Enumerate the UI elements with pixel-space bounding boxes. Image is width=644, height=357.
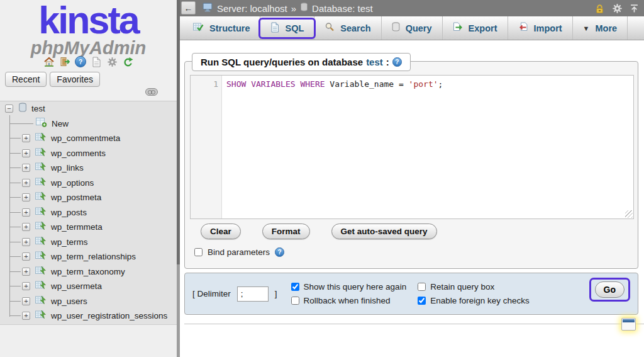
clear-button[interactable]: Clear (201, 224, 241, 239)
docs-icon[interactable] (91, 56, 102, 67)
tree-table-label[interactable]: wp_user_registration_sessions (51, 311, 167, 320)
expand-icon[interactable] (22, 149, 30, 157)
help-icon[interactable] (392, 57, 402, 67)
tree-new-table-label[interactable]: New (52, 119, 69, 128)
serverbar-right-icons (594, 0, 639, 16)
recent-button[interactable]: Recent (5, 72, 47, 87)
show-query-again-checkbox[interactable] (291, 283, 299, 291)
tree-table-row[interactable]: wp_users (0, 294, 177, 309)
foreign-key-checks-option[interactable]: Enable foreign key checks (418, 296, 530, 305)
tree-table-label[interactable]: wp_comments (51, 149, 106, 158)
collapse-icon[interactable] (5, 105, 13, 113)
expand-icon[interactable] (22, 268, 30, 276)
legend-database-link[interactable]: test (366, 57, 383, 67)
expand-icon[interactable] (22, 252, 30, 261)
tree-table-label[interactable]: wp_term_taxonomy (51, 267, 125, 276)
table-icon (35, 281, 47, 292)
tree-table-label[interactable]: wp_postmeta (51, 193, 101, 202)
editor-buttons: Clear Format Get auto-saved query (201, 224, 437, 239)
export-icon (453, 22, 463, 34)
tab-structure[interactable]: Structure (183, 16, 260, 40)
tree-table-row[interactable]: wp_comments (0, 146, 177, 161)
help-icon[interactable] (75, 56, 86, 67)
breadcrumb-server[interactable]: Server: localhost (217, 3, 287, 14)
tree-table-row[interactable]: wp_term_taxonomy (0, 264, 177, 280)
tree-table-label[interactable]: wp_users (51, 297, 87, 306)
import-icon (518, 22, 528, 34)
tab-more[interactable]: ▼ More (573, 16, 628, 40)
favorites-button[interactable]: Favorites (50, 72, 100, 87)
lock-icon[interactable] (594, 3, 605, 14)
open-new-window-icon[interactable] (621, 318, 636, 331)
help-icon[interactable] (275, 247, 284, 257)
go-button[interactable]: Go (595, 281, 625, 298)
tab-import[interactable]: Import (508, 16, 573, 40)
refresh-icon[interactable] (122, 56, 133, 67)
table-icon (35, 222, 47, 232)
expand-icon[interactable] (22, 312, 30, 320)
expand-icon[interactable] (22, 208, 30, 217)
back-button[interactable]: ← (181, 1, 196, 14)
editor-resize-handle[interactable] (625, 210, 633, 218)
link-panels-icon[interactable] (145, 88, 158, 96)
tree-table-label[interactable]: wp_terms (51, 237, 88, 247)
retain-query-box-checkbox[interactable] (418, 283, 426, 291)
expand-icon[interactable] (22, 179, 30, 187)
settings-gear-icon[interactable] (612, 3, 623, 14)
tree-table-row[interactable]: wp_user_registration_sessions (0, 309, 177, 324)
tab-search[interactable]: Search (314, 16, 381, 40)
format-button[interactable]: Format (262, 224, 310, 239)
show-query-again-label: Show this query here again (304, 282, 407, 292)
get-autosaved-query-button[interactable]: Get auto-saved query (331, 224, 437, 239)
breadcrumb-database[interactable]: Database: test (312, 3, 373, 14)
scroll-to-top-icon[interactable] (630, 4, 639, 13)
expand-icon[interactable] (22, 297, 30, 305)
bind-parameters-checkbox[interactable] (194, 248, 203, 256)
tree-table-row[interactable]: wp_posts (0, 205, 177, 220)
tree-table-row[interactable]: wp_term_relationships (0, 249, 177, 264)
settings-gear-icon[interactable] (106, 56, 118, 67)
expand-icon[interactable] (22, 193, 30, 201)
tree-table-row[interactable]: wp_postmeta (0, 190, 177, 205)
tree-table-label[interactable]: wp_termmeta (51, 222, 103, 232)
tab-query[interactable]: Query (382, 16, 443, 40)
tree-new-table-item[interactable]: New (0, 116, 177, 132)
tree-table-label[interactable]: wp_posts (51, 208, 87, 217)
expand-icon[interactable] (22, 164, 30, 172)
expand-icon[interactable] (22, 134, 30, 142)
sql-code-line[interactable]: SHOW VARIABLES WHERE Variable_name = 'po… (222, 76, 443, 218)
delimiter-input[interactable] (237, 286, 269, 302)
tab-sql[interactable]: SQL (260, 16, 314, 40)
tab-import-label: Import (534, 23, 562, 33)
tree-table-row[interactable]: wp_options (0, 176, 177, 191)
tree-table-row[interactable]: wp_termmeta (0, 220, 177, 235)
tab-sql-label: SQL (285, 23, 304, 33)
tree-table-label[interactable]: wp_usermeta (51, 281, 102, 291)
tree-table-row[interactable]: wp_links (0, 161, 177, 176)
show-query-again-option[interactable]: Show this query here again (291, 282, 407, 292)
tree-table-label[interactable]: wp_options (51, 178, 94, 188)
database-icon (18, 103, 27, 115)
expand-icon[interactable] (22, 223, 30, 231)
logout-icon[interactable] (59, 56, 70, 67)
home-icon[interactable] (43, 56, 55, 67)
sql-query-fieldset: 1 SHOW VARIABLES WHERE Variable_name = '… (184, 61, 638, 269)
foreign-key-checks-checkbox[interactable] (418, 297, 426, 305)
retain-query-box-option[interactable]: Retain query box (418, 282, 530, 292)
tree-table-label[interactable]: wp_links (51, 163, 84, 173)
rollback-label: Rollback when finished (304, 296, 391, 305)
tree-table-label[interactable]: wp_term_relationships (51, 252, 136, 261)
retain-query-box-label: Retain query box (430, 282, 494, 292)
tree-table-row[interactable]: wp_terms (0, 235, 177, 250)
expand-icon[interactable] (22, 282, 30, 290)
expand-icon[interactable] (22, 238, 30, 246)
tree-database-item[interactable]: test (0, 101, 177, 116)
tab-export[interactable]: Export (443, 16, 508, 40)
tree-table-label[interactable]: wp_commentmeta (51, 133, 120, 143)
tree-table-row[interactable]: wp_usermeta (0, 279, 177, 294)
sql-editor[interactable]: 1 SHOW VARIABLES WHERE Variable_name = '… (190, 75, 634, 219)
tree-table-row[interactable]: wp_commentmeta (0, 131, 177, 146)
tree-database-label[interactable]: test (31, 104, 45, 113)
rollback-checkbox[interactable] (291, 297, 299, 305)
rollback-option[interactable]: Rollback when finished (291, 296, 407, 305)
